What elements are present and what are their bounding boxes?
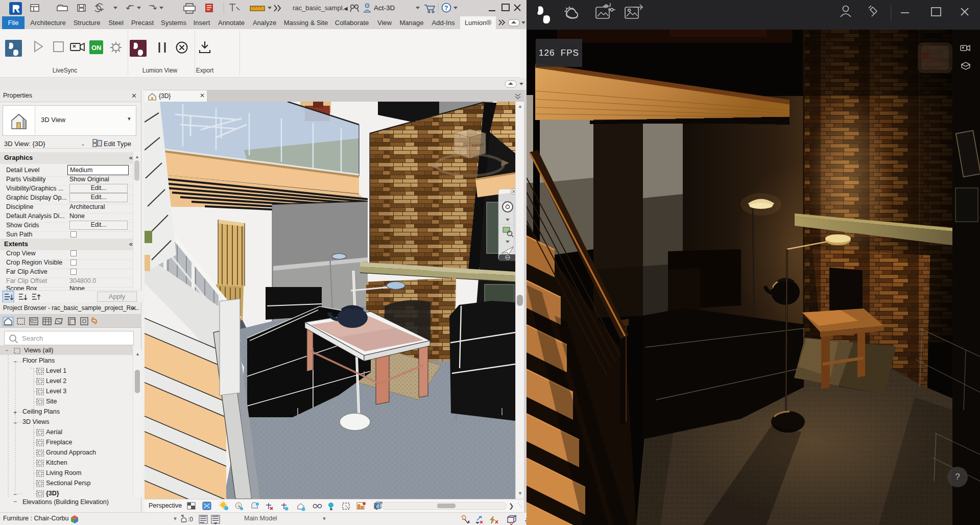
svg-text:−: − xyxy=(13,358,17,365)
svg-text:rac_basic_sampl...: rac_basic_sampl... xyxy=(293,4,348,12)
svg-text:Act-3D: Act-3D xyxy=(374,4,395,12)
svg-text::0: :0 xyxy=(188,516,193,523)
svg-text:RIGHT: RIGHT xyxy=(472,142,484,148)
svg-text:ON: ON xyxy=(91,44,102,52)
svg-text:?: ? xyxy=(444,5,448,12)
svg-text:−: − xyxy=(13,419,17,426)
svg-text:FRONT: FRONT xyxy=(455,144,468,150)
svg-text:−: − xyxy=(13,491,17,497)
svg-text:+: + xyxy=(13,409,17,416)
svg-text:◀: ◀ xyxy=(344,6,348,11)
